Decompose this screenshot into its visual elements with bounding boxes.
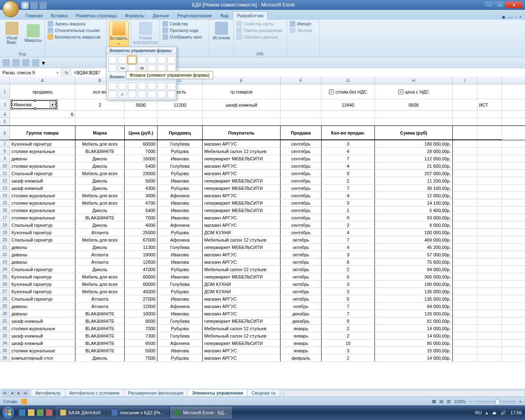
- close-workbook-icon[interactable]: ×: [519, 14, 522, 20]
- cell[interactable]: Мебельный салон 12 стульев: [203, 148, 281, 155]
- taskbar-explorer-icon[interactable]: [28, 409, 34, 416]
- tray-icon[interactable]: ▴: [486, 410, 488, 415]
- cell[interactable]: 10: [322, 340, 375, 347]
- office-button[interactable]: [2, 1, 19, 17]
- row-header[interactable]: 8: [0, 148, 10, 155]
- cell[interactable]: 7300: [125, 332, 158, 339]
- cell[interactable]: шкаф книжный: [10, 185, 75, 192]
- cell[interactable]: февраль: [281, 354, 322, 361]
- cell[interactable]: Спальный гарнитур: [10, 295, 75, 302]
- cell[interactable]: 5600: [125, 177, 158, 184]
- cell[interactable]: диваны: [10, 251, 75, 258]
- activex-control[interactable]: [138, 82, 146, 90]
- cell[interactable]: столики журнальные: [10, 148, 75, 155]
- activex-control[interactable]: [138, 91, 146, 98]
- cell[interactable]: Мебель для всех: [75, 236, 125, 243]
- cell[interactable]: 81 000,00р.: [375, 317, 453, 324]
- cell[interactable]: гипермаркет МЕБЕЛЬСИТИ: [203, 177, 281, 184]
- qat-icon[interactable]: [32, 59, 39, 66]
- cell[interactable]: магазин АРГУС: [203, 140, 281, 147]
- cell[interactable]: 6: [10, 111, 75, 118]
- row-header[interactable]: 5: [0, 118, 10, 125]
- cell[interactable]: 4: [322, 244, 375, 251]
- cell[interactable]: Иванова: [158, 310, 203, 317]
- cell[interactable]: сентябрь: [281, 155, 322, 162]
- taskbar-item[interactable]: описание к БД3 [Ре...: [107, 407, 169, 418]
- sheet-tab[interactable]: Элементы управления: [187, 390, 247, 397]
- cell[interactable]: 3: [322, 140, 375, 147]
- cell[interactable]: магазин АРГУС: [203, 258, 281, 265]
- cell[interactable]: Рубцова: [158, 148, 203, 155]
- cell[interactable]: Мебельный салон 12 стульев: [203, 236, 281, 243]
- cell[interactable]: Иванова: [158, 199, 203, 206]
- zoom-slider[interactable]: [475, 401, 516, 402]
- cell[interactable]: 4700: [125, 199, 158, 206]
- table-header[interactable]: Кол-во продан.: [322, 126, 375, 140]
- row-header[interactable]: 24: [0, 266, 10, 273]
- cell[interactable]: 6608: [375, 99, 453, 110]
- cell[interactable]: 7000: [125, 325, 158, 332]
- name-box[interactable]: Раскр. список 9: [0, 68, 62, 77]
- insert-controls-button[interactable]: Вставить▾: [109, 21, 129, 47]
- cell[interactable]: 67000: [125, 236, 158, 243]
- cell[interactable]: BLAK&WHITE: [75, 325, 125, 332]
- row-header[interactable]: 18: [0, 221, 10, 228]
- cell[interactable]: сентябрь: [281, 207, 322, 214]
- cell[interactable]: BLAK&WHITE: [75, 317, 125, 324]
- cell[interactable]: 4300: [125, 185, 158, 192]
- cell[interactable]: Рубцова: [158, 266, 203, 273]
- cell[interactable]: магазин АРГУС: [203, 251, 281, 258]
- activex-control[interactable]: [158, 91, 166, 98]
- cell[interactable]: [453, 84, 477, 99]
- cell[interactable]: Диколь: [75, 185, 125, 192]
- cell[interactable]: январь: [281, 325, 322, 332]
- cell[interactable]: 1: [322, 207, 375, 214]
- cell[interactable]: ДОМ КУХНИ: [203, 281, 281, 288]
- select-all-corner[interactable]: [0, 76, 10, 84]
- cell[interactable]: Атланта: [75, 251, 125, 258]
- cell[interactable]: магазин АРГУС: [203, 303, 281, 310]
- cell[interactable]: 180 000,00р.: [375, 281, 453, 288]
- sheet-nav-prev[interactable]: ◀: [9, 390, 15, 397]
- cell[interactable]: 11300: [125, 244, 158, 251]
- cell[interactable]: Диколь: [75, 155, 125, 162]
- cell[interactable]: 14 000,00р.: [375, 325, 453, 332]
- cell[interactable]: гипермаркет МЕБЕЛЬСИТИ: [203, 244, 281, 251]
- qat-icon[interactable]: [12, 59, 20, 66]
- table-header[interactable]: Продавец: [158, 126, 203, 140]
- cell[interactable]: 2: [322, 325, 375, 332]
- taskbar-app-icon[interactable]: [46, 409, 52, 416]
- row-header[interactable]: 19: [0, 229, 10, 236]
- cell[interactable]: диваны: [10, 244, 75, 251]
- sheet-tab[interactable]: Расширенная фильтрация: [123, 390, 188, 397]
- cell[interactable]: Голубева: [158, 317, 203, 324]
- run-dialog-button[interactable]: Отобразить окно: [162, 34, 202, 40]
- tray-icon[interactable]: ⏏: [492, 410, 496, 415]
- cell[interactable]: 9: [322, 214, 375, 221]
- cell[interactable]: 14 100,00р.: [375, 199, 453, 206]
- macros-button[interactable]: Макросы: [23, 21, 43, 46]
- tab-data[interactable]: Данные: [148, 11, 173, 20]
- cell[interactable]: 27000: [125, 295, 158, 302]
- cell[interactable]: Иванова: [158, 251, 203, 258]
- cell[interactable]: BLAK&WHITE: [75, 347, 125, 354]
- refresh-data-button[interactable]: Обновить данные: [236, 34, 282, 40]
- cell[interactable]: 180 000,00р.: [375, 140, 453, 147]
- row-header[interactable]: 35: [0, 347, 10, 354]
- cell[interactable]: октябрь: [281, 273, 322, 280]
- worksheet[interactable]: A B C D E F G H I 1 продавец кол-во мост…: [0, 76, 525, 397]
- cell[interactable]: сентябрь: [281, 170, 322, 177]
- sheet-tab[interactable]: Сводная та: [247, 390, 280, 397]
- col-header-H[interactable]: H: [375, 76, 453, 84]
- cell[interactable]: 19000: [125, 251, 158, 258]
- cell[interactable]: Диколь: [75, 162, 125, 169]
- macro-record-icon[interactable]: [21, 399, 27, 404]
- taskbar-item-active[interactable]: Microsoft Excel - БД...: [170, 407, 232, 418]
- view-normal-icon[interactable]: ▦: [432, 399, 436, 404]
- cell[interactable]: сентябрь: [281, 177, 322, 184]
- cell[interactable]: октябрь: [281, 244, 322, 251]
- cell[interactable]: 94 000,00р.: [375, 266, 453, 273]
- cell[interactable]: гр.товаров: [203, 84, 281, 99]
- cell[interactable]: октябрь: [281, 258, 322, 265]
- cell[interactable]: Иванова: [158, 207, 203, 214]
